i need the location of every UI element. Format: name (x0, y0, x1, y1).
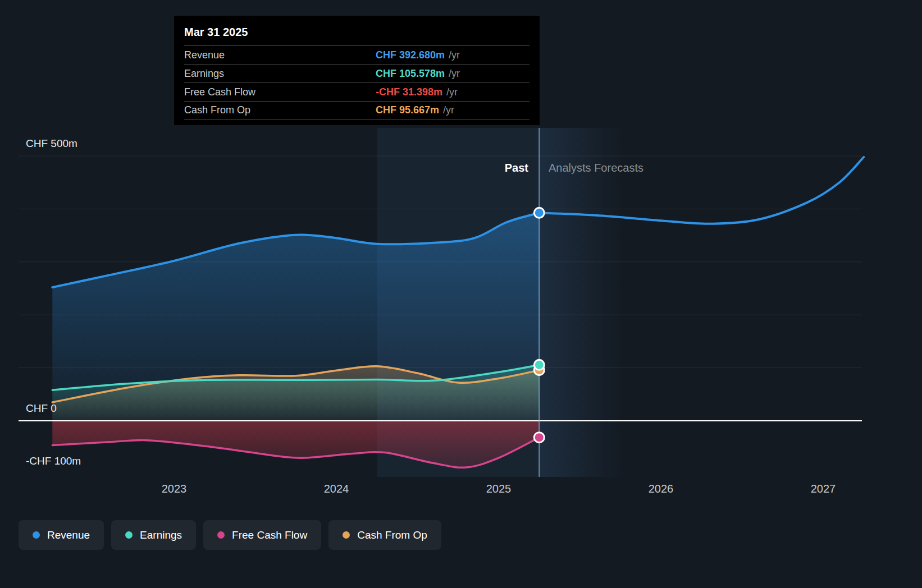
legend-label: Free Cash Flow (232, 529, 307, 541)
tooltip-row-cash-from-op: Cash From Op CHF 95.667m /yr (184, 101, 530, 120)
free-cash-flow-area (52, 421, 539, 467)
earnings-marker[interactable] (534, 360, 544, 370)
free-cash-flow-dot-icon (217, 531, 225, 539)
chart-root: CHF 500mCHF 0-CHF 100m 20232024202520262… (0, 0, 922, 588)
tooltip: Mar 31 2025 Revenue CHF 392.680m /yr Ear… (174, 16, 540, 125)
x-axis-label: 2025 (486, 483, 512, 495)
legend-label: Cash From Op (357, 529, 427, 541)
earnings-dot-icon (125, 531, 133, 539)
legend-label: Earnings (140, 529, 182, 541)
y-axis-label: CHF 0 (26, 402, 57, 415)
tooltip-suffix: /yr (446, 86, 458, 98)
x-axis-label: 2024 (324, 483, 349, 495)
tooltip-date: Mar 31 2025 (184, 26, 530, 39)
legend-label: Revenue (47, 529, 90, 541)
tooltip-suffix: /yr (449, 68, 460, 80)
tooltip-value: CHF 105.578m (376, 68, 445, 80)
tooltip-value: -CHF 31.398m (376, 86, 442, 98)
tooltip-label: Revenue (184, 49, 376, 61)
y-axis-label: CHF 500m (26, 137, 77, 150)
x-axis-label: 2027 (811, 483, 836, 495)
legend: Revenue Earnings Free Cash Flow Cash Fro… (19, 520, 441, 550)
tooltip-value: CHF 392.680m (376, 49, 445, 61)
tooltip-row-free-cash-flow: Free Cash Flow -CHF 31.398m /yr (184, 82, 530, 101)
tooltip-row-earnings: Earnings CHF 105.578m /yr (184, 64, 530, 82)
past-label: Past (505, 162, 528, 174)
legend-item-earnings[interactable]: Earnings (111, 520, 196, 550)
legend-item-cash-from-op[interactable]: Cash From Op (328, 520, 441, 550)
tooltip-label: Cash From Op (184, 104, 376, 116)
tooltip-row-revenue: Revenue CHF 392.680m /yr (184, 45, 530, 64)
x-axis-label: 2026 (649, 483, 674, 495)
revenue-marker[interactable] (534, 208, 544, 218)
legend-item-revenue[interactable]: Revenue (19, 520, 104, 550)
tooltip-suffix: /yr (443, 104, 454, 116)
x-axis-label: 2023 (162, 483, 187, 495)
legend-item-free-cash-flow[interactable]: Free Cash Flow (203, 520, 321, 550)
forecast-glow (539, 128, 623, 477)
cash-from-op-dot-icon (343, 531, 350, 539)
tooltip-label: Free Cash Flow (184, 86, 376, 98)
tooltip-label: Earnings (184, 68, 376, 80)
y-axis-label: -CHF 100m (26, 455, 81, 467)
tooltip-value: CHF 95.667m (376, 104, 439, 116)
free-cash-flow-marker[interactable] (534, 433, 544, 443)
revenue-dot-icon (33, 531, 40, 539)
forecast-label: Analysts Forecasts (549, 162, 643, 174)
tooltip-suffix: /yr (449, 49, 460, 61)
